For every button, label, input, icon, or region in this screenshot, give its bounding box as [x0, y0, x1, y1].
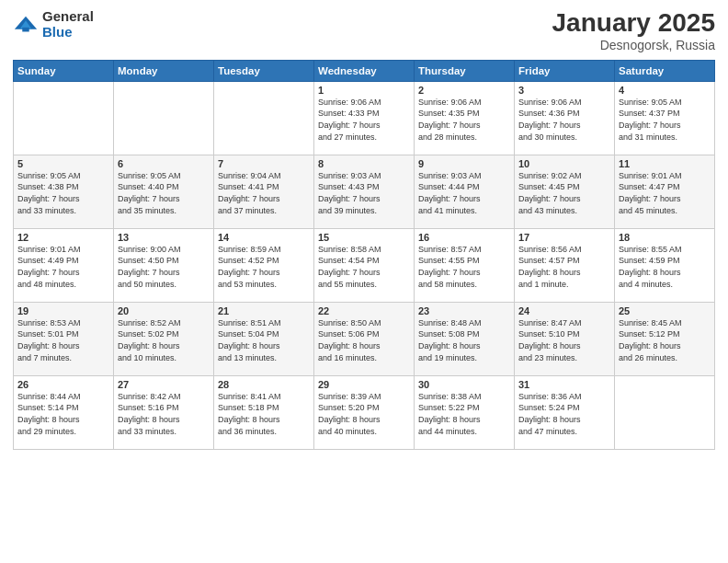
- calendar-cell: [14, 81, 114, 155]
- calendar-cell: 11Sunrise: 9:01 AM Sunset: 4:47 PM Dayli…: [615, 155, 715, 228]
- day-header: Thursday: [415, 60, 515, 81]
- day-header: Sunday: [14, 60, 114, 81]
- day-header: Wednesday: [314, 60, 415, 81]
- calendar-cell: 29Sunrise: 8:39 AM Sunset: 5:20 PM Dayli…: [314, 375, 415, 449]
- day-content: Sunrise: 9:01 AM Sunset: 4:49 PM Dayligh…: [17, 244, 109, 290]
- day-number: 31: [518, 379, 610, 390]
- logo: General Blue: [13, 9, 94, 40]
- day-content: Sunrise: 9:02 AM Sunset: 4:45 PM Dayligh…: [518, 170, 610, 216]
- day-number: 1: [318, 85, 410, 96]
- day-number: 8: [318, 158, 410, 169]
- day-content: Sunrise: 8:52 AM Sunset: 5:02 PM Dayligh…: [118, 317, 210, 363]
- logo-text: General Blue: [42, 9, 94, 40]
- day-number: 11: [619, 158, 711, 169]
- day-content: Sunrise: 9:03 AM Sunset: 4:43 PM Dayligh…: [318, 170, 410, 216]
- day-number: 20: [118, 305, 210, 316]
- calendar-cell: 22Sunrise: 8:50 AM Sunset: 5:06 PM Dayli…: [314, 302, 415, 375]
- day-number: 25: [619, 305, 711, 316]
- day-number: 27: [118, 379, 210, 390]
- day-number: 17: [518, 232, 610, 243]
- day-content: Sunrise: 8:50 AM Sunset: 5:06 PM Dayligh…: [318, 317, 410, 363]
- calendar-cell: [114, 81, 214, 155]
- day-number: 10: [518, 158, 610, 169]
- day-content: Sunrise: 8:47 AM Sunset: 5:10 PM Dayligh…: [518, 317, 610, 363]
- day-content: Sunrise: 8:56 AM Sunset: 4:57 PM Dayligh…: [518, 244, 610, 290]
- calendar-cell: 6Sunrise: 9:05 AM Sunset: 4:40 PM Daylig…: [114, 155, 214, 228]
- day-header: Saturday: [615, 60, 715, 81]
- day-number: 2: [418, 85, 510, 96]
- calendar-cell: 31Sunrise: 8:36 AM Sunset: 5:24 PM Dayli…: [515, 375, 615, 449]
- day-number: 18: [619, 232, 711, 243]
- calendar-week-row: 19Sunrise: 8:53 AM Sunset: 5:01 PM Dayli…: [14, 302, 715, 375]
- day-content: Sunrise: 8:48 AM Sunset: 5:08 PM Dayligh…: [418, 317, 510, 363]
- day-header: Tuesday: [214, 60, 314, 81]
- logo-general: General: [42, 9, 94, 25]
- calendar-cell: 5Sunrise: 9:05 AM Sunset: 4:38 PM Daylig…: [14, 155, 114, 228]
- day-content: Sunrise: 8:42 AM Sunset: 5:16 PM Dayligh…: [118, 391, 210, 437]
- day-content: Sunrise: 8:58 AM Sunset: 4:54 PM Dayligh…: [318, 244, 410, 290]
- calendar-cell: 4Sunrise: 9:05 AM Sunset: 4:37 PM Daylig…: [615, 81, 715, 155]
- calendar-cell: 9Sunrise: 9:03 AM Sunset: 4:44 PM Daylig…: [415, 155, 515, 228]
- day-content: Sunrise: 9:06 AM Sunset: 4:36 PM Dayligh…: [518, 97, 610, 143]
- calendar-cell: 8Sunrise: 9:03 AM Sunset: 4:43 PM Daylig…: [314, 155, 415, 228]
- day-content: Sunrise: 9:06 AM Sunset: 4:35 PM Dayligh…: [418, 97, 510, 143]
- day-number: 26: [17, 379, 109, 390]
- calendar-cell: 3Sunrise: 9:06 AM Sunset: 4:36 PM Daylig…: [515, 81, 615, 155]
- calendar-cell: 28Sunrise: 8:41 AM Sunset: 5:18 PM Dayli…: [214, 375, 314, 449]
- calendar: SundayMondayTuesdayWednesdayThursdayFrid…: [13, 60, 715, 450]
- day-content: Sunrise: 9:05 AM Sunset: 4:37 PM Dayligh…: [619, 97, 711, 143]
- day-content: Sunrise: 8:45 AM Sunset: 5:12 PM Dayligh…: [619, 317, 711, 363]
- calendar-week-row: 5Sunrise: 9:05 AM Sunset: 4:38 PM Daylig…: [14, 155, 715, 228]
- day-number: 23: [418, 305, 510, 316]
- calendar-cell: [615, 375, 715, 449]
- logo-blue: Blue: [42, 25, 94, 40]
- day-number: 24: [518, 305, 610, 316]
- calendar-cell: [214, 81, 314, 155]
- page: General Blue January 2025 Desnogorsk, Ru…: [0, 0, 728, 563]
- day-content: Sunrise: 9:05 AM Sunset: 4:40 PM Dayligh…: [118, 170, 210, 216]
- day-number: 4: [619, 85, 711, 96]
- calendar-cell: 14Sunrise: 8:59 AM Sunset: 4:52 PM Dayli…: [214, 228, 314, 302]
- day-content: Sunrise: 8:55 AM Sunset: 4:59 PM Dayligh…: [619, 244, 711, 290]
- day-number: 30: [418, 379, 510, 390]
- day-header: Monday: [114, 60, 214, 81]
- calendar-cell: 25Sunrise: 8:45 AM Sunset: 5:12 PM Dayli…: [615, 302, 715, 375]
- day-number: 19: [17, 305, 109, 316]
- calendar-cell: 23Sunrise: 8:48 AM Sunset: 5:08 PM Dayli…: [415, 302, 515, 375]
- calendar-cell: 15Sunrise: 8:58 AM Sunset: 4:54 PM Dayli…: [314, 228, 415, 302]
- calendar-cell: 18Sunrise: 8:55 AM Sunset: 4:59 PM Dayli…: [615, 228, 715, 302]
- day-content: Sunrise: 9:06 AM Sunset: 4:33 PM Dayligh…: [318, 97, 410, 143]
- day-number: 3: [518, 85, 610, 96]
- day-number: 16: [418, 232, 510, 243]
- calendar-cell: 17Sunrise: 8:56 AM Sunset: 4:57 PM Dayli…: [515, 228, 615, 302]
- svg-rect-2: [22, 27, 28, 31]
- calendar-header-row: SundayMondayTuesdayWednesdayThursdayFrid…: [14, 60, 715, 81]
- calendar-cell: 19Sunrise: 8:53 AM Sunset: 5:01 PM Dayli…: [14, 302, 114, 375]
- day-number: 28: [218, 379, 310, 390]
- header: General Blue January 2025 Desnogorsk, Ru…: [13, 9, 715, 52]
- day-number: 14: [218, 232, 310, 243]
- day-number: 15: [318, 232, 410, 243]
- day-number: 7: [218, 158, 310, 169]
- day-content: Sunrise: 9:01 AM Sunset: 4:47 PM Dayligh…: [619, 170, 711, 216]
- day-header: Friday: [515, 60, 615, 81]
- calendar-cell: 13Sunrise: 9:00 AM Sunset: 4:50 PM Dayli…: [114, 228, 214, 302]
- logo-icon: [13, 12, 39, 38]
- day-content: Sunrise: 8:53 AM Sunset: 5:01 PM Dayligh…: [17, 317, 109, 363]
- day-number: 5: [17, 158, 109, 169]
- day-number: 13: [118, 232, 210, 243]
- day-content: Sunrise: 8:36 AM Sunset: 5:24 PM Dayligh…: [518, 391, 610, 437]
- calendar-cell: 20Sunrise: 8:52 AM Sunset: 5:02 PM Dayli…: [114, 302, 214, 375]
- day-content: Sunrise: 8:59 AM Sunset: 4:52 PM Dayligh…: [218, 244, 310, 290]
- calendar-week-row: 12Sunrise: 9:01 AM Sunset: 4:49 PM Dayli…: [14, 228, 715, 302]
- calendar-cell: 12Sunrise: 9:01 AM Sunset: 4:49 PM Dayli…: [14, 228, 114, 302]
- day-content: Sunrise: 9:00 AM Sunset: 4:50 PM Dayligh…: [118, 244, 210, 290]
- day-content: Sunrise: 9:05 AM Sunset: 4:38 PM Dayligh…: [17, 170, 109, 216]
- day-number: 6: [118, 158, 210, 169]
- calendar-cell: 24Sunrise: 8:47 AM Sunset: 5:10 PM Dayli…: [515, 302, 615, 375]
- calendar-week-row: 1Sunrise: 9:06 AM Sunset: 4:33 PM Daylig…: [14, 81, 715, 155]
- day-content: Sunrise: 9:04 AM Sunset: 4:41 PM Dayligh…: [218, 170, 310, 216]
- day-number: 12: [17, 232, 109, 243]
- calendar-cell: 30Sunrise: 8:38 AM Sunset: 5:22 PM Dayli…: [415, 375, 515, 449]
- day-content: Sunrise: 8:44 AM Sunset: 5:14 PM Dayligh…: [17, 391, 109, 437]
